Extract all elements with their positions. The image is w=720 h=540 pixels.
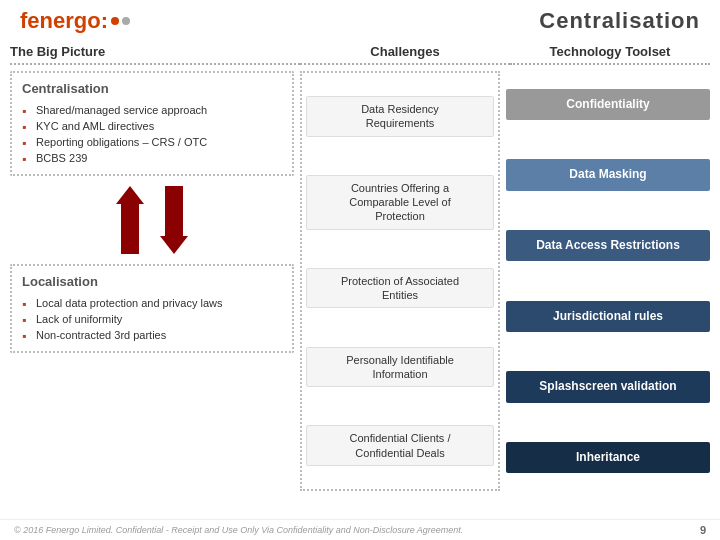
centralisation-bullets: Shared/managed service approach KYC and … (22, 102, 282, 166)
main-content: Centralisation Shared/managed service ap… (0, 65, 720, 495)
challenge-item: Countries Offering aComparable Level ofP… (306, 175, 494, 230)
tech-item-confidentiality: Confidentiality (506, 89, 710, 121)
footer-page-number: 9 (700, 524, 706, 536)
list-item: Reporting obligations – CRS / OTC (22, 134, 282, 150)
logo-dot-1 (111, 17, 119, 25)
tech-item-data-masking: Data Masking (506, 159, 710, 191)
list-item: BCBS 239 (22, 150, 282, 166)
logo-text: fenergo: (20, 8, 108, 34)
challenge-item: Confidential Clients /Confidential Deals (306, 425, 494, 466)
page-title: Centralisation (539, 8, 700, 34)
list-item: KYC and AML directives (22, 118, 282, 134)
tech-item-inheritance: Inheritance (506, 442, 710, 474)
challenge-item: Protection of AssociatedEntities (306, 268, 494, 309)
col-header-left: The Big Picture (10, 44, 300, 65)
tech-item-data-access: Data Access Restrictions (506, 230, 710, 262)
list-item: Non-contracted 3rd parties (22, 327, 282, 343)
technology-column: Confidentiality Data Masking Data Access… (506, 71, 710, 491)
footer: © 2016 Fenergo Limited. Confidential - R… (0, 519, 720, 540)
list-item: Shared/managed service approach (22, 102, 282, 118)
footer-copyright: © 2016 Fenergo Limited. Confidential - R… (14, 525, 463, 535)
localisation-section: Localisation Local data protection and p… (10, 264, 294, 353)
arrows-divider (10, 182, 294, 258)
tech-item-splashscreen: Splashscreen validation (506, 371, 710, 403)
up-arrow (116, 186, 144, 254)
down-arrow (160, 186, 188, 254)
tech-item-jurisdictional: Jurisdictional rules (506, 301, 710, 333)
localisation-title: Localisation (22, 274, 282, 289)
col-header-right: Technology Toolset (510, 44, 710, 65)
challenge-item: Personally IdentifiableInformation (306, 347, 494, 388)
header: fenergo: Centralisation (0, 0, 720, 40)
col-header-mid: Challenges (300, 44, 510, 65)
centralisation-title: Centralisation (22, 81, 282, 96)
logo-dot-2 (122, 17, 130, 25)
column-headers: The Big Picture Challenges Technology To… (0, 44, 720, 65)
list-item: Lack of uniformity (22, 311, 282, 327)
challenge-item: Data ResidencyRequirements (306, 96, 494, 137)
centralisation-section: Centralisation Shared/managed service ap… (10, 71, 294, 176)
left-column: Centralisation Shared/managed service ap… (10, 71, 294, 491)
logo-dots (111, 17, 130, 25)
challenges-column: Data ResidencyRequirements Countries Off… (300, 71, 500, 491)
localisation-bullets: Local data protection and privacy laws L… (22, 295, 282, 343)
list-item: Local data protection and privacy laws (22, 295, 282, 311)
logo: fenergo: (20, 8, 130, 34)
